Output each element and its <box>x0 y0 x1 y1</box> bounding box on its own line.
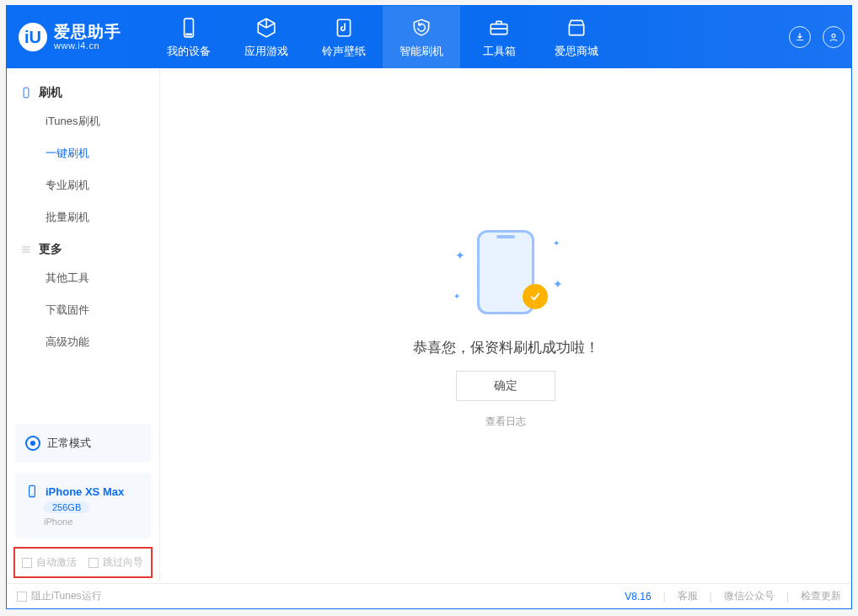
cube-icon <box>254 15 279 40</box>
section-label: 更多 <box>39 242 62 257</box>
app-window: ⬡ ◫ ≡ — ☐ ✕ iU 爱思助手 www.i4.cn 我的设备 <box>6 5 852 609</box>
device-name: iPhone XS Max <box>46 485 124 498</box>
device-mode-block: 正常模式 <box>15 424 151 463</box>
sidebar-item-other-tools[interactable]: 其他工具 <box>7 262 159 294</box>
view-log-link[interactable]: 查看日志 <box>485 415 526 429</box>
success-message: 恭喜您，保资料刷机成功啦！ <box>413 338 599 357</box>
brand-title: 爱思助手 <box>54 24 121 41</box>
nav-store[interactable]: 爱思商城 <box>538 6 615 68</box>
nav-my-device[interactable]: 我的设备 <box>150 6 228 68</box>
highlighted-options: 自动激活 跳过向导 <box>13 547 153 578</box>
check-update-link[interactable]: 检查更新 <box>801 589 841 603</box>
checkbox-label: 阻止iTunes运行 <box>31 589 102 603</box>
header: iU 爱思助手 www.i4.cn 我的设备 应用游戏 <box>7 6 851 68</box>
svg-rect-1 <box>186 34 192 35</box>
checkbox-auto-activate[interactable]: 自动激活 <box>22 555 77 570</box>
music-note-icon <box>331 15 357 40</box>
toolbox-icon <box>486 15 512 40</box>
sidebar: 刷机 iTunes刷机 一键刷机 专业刷机 批量刷机 更多 其他工具 下载固件 … <box>7 68 160 583</box>
nav-label: 应用游戏 <box>244 44 288 59</box>
wechat-link[interactable]: 微信公众号 <box>724 589 775 603</box>
checkbox-label: 自动激活 <box>36 555 77 570</box>
svg-rect-5 <box>24 88 29 98</box>
device-info-block[interactable]: iPhone XS Max 256GB iPhone <box>15 473 151 538</box>
body: 刷机 iTunes刷机 一键刷机 专业刷机 批量刷机 更多 其他工具 下载固件 … <box>7 68 851 583</box>
header-right <box>789 6 845 68</box>
list-icon <box>20 244 32 255</box>
spark-icon: ✦ <box>455 249 465 262</box>
device-icon <box>176 15 201 40</box>
checkbox-block-itunes[interactable]: 阻止iTunes运行 <box>17 589 102 603</box>
spark-icon: ✦ <box>553 238 560 248</box>
nav-label: 智能刷机 <box>400 44 443 59</box>
nav-label: 我的设备 <box>167 44 211 59</box>
sidebar-item-batch-flash[interactable]: 批量刷机 <box>7 201 159 233</box>
nav: 我的设备 应用游戏 铃声壁纸 智能刷机 <box>150 6 615 68</box>
nav-label: 铃声壁纸 <box>322 44 366 59</box>
sidebar-item-itunes-flash[interactable]: iTunes刷机 <box>7 105 159 137</box>
brand-logo-icon: iU <box>19 23 47 51</box>
sidebar-item-oneclick-flash[interactable]: 一键刷机 <box>7 137 159 169</box>
sidebar-section-flash: 刷机 <box>7 77 159 105</box>
nav-smart-flash[interactable]: 智能刷机 <box>383 6 460 68</box>
footer: 阻止iTunes运行 V8.16 | 客服 | 微信公众号 | 检查更新 <box>7 583 851 608</box>
sidebar-section-more: 更多 <box>7 233 159 262</box>
checkbox-label: 跳过向导 <box>103 555 143 570</box>
brand-subtitle: www.i4.cn <box>54 40 121 51</box>
device-type: iPhone <box>44 517 141 527</box>
checkbox-skip-guide[interactable]: 跳过向导 <box>88 555 143 570</box>
checkbox-icon <box>17 592 27 602</box>
mode-label: 正常模式 <box>47 436 91 451</box>
svg-point-7 <box>31 495 32 495</box>
account-button[interactable] <box>823 26 845 48</box>
sidebar-item-advanced[interactable]: 高级功能 <box>7 326 159 358</box>
check-badge-icon <box>523 284 548 309</box>
phone-icon <box>25 485 39 498</box>
svg-rect-2 <box>337 19 350 36</box>
phone-icon <box>20 87 32 99</box>
nav-apps-games[interactable]: 应用游戏 <box>228 6 305 68</box>
nav-ringtone-wallpaper[interactable]: 铃声壁纸 <box>305 6 383 68</box>
sidebar-item-pro-flash[interactable]: 专业刷机 <box>7 169 159 201</box>
mode-dot-icon <box>25 436 40 451</box>
refresh-shield-icon <box>409 15 434 40</box>
checkbox-icon <box>22 558 32 568</box>
section-label: 刷机 <box>39 85 62 100</box>
nav-label: 爱思商城 <box>555 44 598 59</box>
checkbox-icon <box>88 558 99 568</box>
download-button[interactable] <box>789 26 811 48</box>
customer-service-link[interactable]: 客服 <box>678 589 698 603</box>
version-label: V8.16 <box>625 591 651 603</box>
device-mode[interactable]: 正常模式 <box>24 432 142 454</box>
svg-point-4 <box>832 34 835 37</box>
spark-icon: ✦ <box>453 292 460 301</box>
device-storage-badge: 256GB <box>44 501 89 513</box>
brand: iU 爱思助手 www.i4.cn <box>7 6 150 68</box>
ok-button[interactable]: 确定 <box>456 371 555 401</box>
shop-icon <box>564 15 589 40</box>
main-content: ✦ ✦ ✦ ✦ 恭喜您，保资料刷机成功啦！ 确定 查看日志 <box>160 68 851 583</box>
sidebar-item-download-firmware[interactable]: 下载固件 <box>7 294 159 326</box>
nav-label: 工具箱 <box>483 44 516 59</box>
spark-icon: ✦ <box>553 277 563 291</box>
success-illustration: ✦ ✦ ✦ ✦ <box>447 223 565 324</box>
nav-toolbox[interactable]: 工具箱 <box>460 6 538 68</box>
